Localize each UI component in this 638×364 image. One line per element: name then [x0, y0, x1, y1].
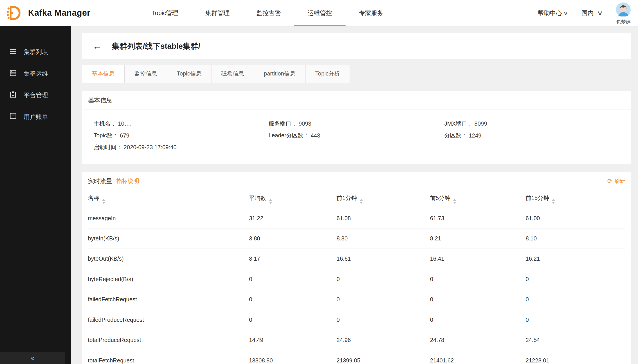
tab-topic-analysis[interactable]: Topic分析	[306, 65, 350, 83]
user-menu[interactable]: 包梦婷	[616, 2, 630, 24]
metric-name-cell: failedProduceRequest	[88, 310, 249, 330]
info-field-value: 10….	[118, 120, 132, 127]
info-field-label: 服务端口：	[269, 120, 297, 128]
sidebar-item-platform-manage[interactable]: 平台管理	[0, 84, 71, 106]
back-arrow-icon[interactable]: ←	[93, 42, 102, 51]
list-icon	[9, 112, 17, 122]
tab-partition-info[interactable]: partition信息	[254, 65, 306, 83]
sort-icon[interactable]	[102, 199, 105, 204]
top-nav: Topic管理 集群管理 监控告警 运维管控 专家服务	[138, 0, 397, 26]
info-field: 服务端口： 9093	[269, 118, 444, 130]
sidebar-item-cluster-ops[interactable]: 集群运维	[0, 63, 71, 84]
main-content: ← 集群列表/线下stable集群/ 基本信息 监控信息 Topic信息 磁盘信…	[71, 26, 638, 364]
col-header-label: 前5分钟	[430, 195, 450, 201]
info-field-value: 1249	[469, 132, 481, 139]
col-header-1min[interactable]: 前1分钟	[337, 190, 430, 208]
metric-value-cell: 0	[337, 290, 430, 310]
tab-monitor-info[interactable]: 监控信息	[125, 65, 167, 83]
server-panel-icon	[9, 69, 17, 79]
info-field: 启动时间： 2020-09-23 17:09:40	[94, 141, 269, 153]
nav-item-monitor-alarm[interactable]: 监控告警	[243, 0, 294, 26]
metrics-table: 名称 平均数 前1分钟 前5分钟 前15分钟 messageIn31.2261.…	[82, 190, 631, 364]
metric-name-cell: byteIn(KB/s)	[88, 228, 249, 248]
nav-item-cluster-manage[interactable]: 集群管理	[192, 0, 243, 26]
nav-item-topic-manage[interactable]: Topic管理	[138, 0, 192, 26]
metric-name-cell: totalFetchRequest	[88, 350, 249, 364]
col-header-avg[interactable]: 平均数	[249, 190, 337, 208]
metric-value-cell: 0	[337, 269, 430, 289]
info-field-value: 2020-09-23 17:09:40	[124, 144, 177, 150]
basic-info-card-title: 基本信息	[82, 91, 631, 110]
sort-icon[interactable]	[453, 199, 456, 204]
realtime-head: 实时流量 指标说明 ⟳ 刷新	[82, 172, 631, 190]
info-field-label: JMX端口：	[444, 120, 473, 128]
metric-value-cell: 61.73	[430, 208, 526, 228]
info-field: 主机名： 10….	[94, 118, 269, 130]
collapse-icon: «	[31, 354, 35, 362]
col-header-label: 前15分钟	[526, 195, 549, 201]
cluster-grid-icon	[9, 48, 17, 57]
col-header-15min[interactable]: 前15分钟	[526, 190, 625, 208]
metric-value-cell: 61.00	[526, 208, 625, 228]
metric-value-cell: 13308.80	[249, 350, 337, 364]
metric-doc-link[interactable]: 指标说明	[116, 177, 139, 185]
metric-name-cell: byteRejected(B/s)	[88, 269, 249, 289]
help-center-menu[interactable]: 帮助中心 ∨	[538, 9, 568, 17]
app-logo-icon[interactable]	[4, 4, 23, 22]
metric-value-cell: 21401.62	[430, 350, 526, 364]
col-header-name[interactable]: 名称	[88, 190, 249, 208]
table-row: messageIn31.2261.0861.7361.00	[88, 208, 625, 228]
metric-value-cell: 0	[526, 290, 625, 310]
nav-item-label: Topic管理	[152, 9, 178, 17]
tab-label: Topic信息	[177, 70, 201, 78]
sidebar-item-label: 集群运维	[24, 70, 48, 78]
sidebar-item-user-bill[interactable]: 用户账单	[0, 106, 71, 128]
metric-value-cell: 14.49	[249, 330, 337, 350]
region-select[interactable]: 国内 ∨	[581, 9, 602, 17]
metric-value-cell: 24.96	[337, 330, 430, 350]
avatar[interactable]	[616, 2, 630, 18]
tab-disk-info[interactable]: 磁盘信息	[211, 65, 254, 83]
sort-icon[interactable]	[269, 199, 272, 204]
info-field-value: 9093	[299, 120, 311, 127]
tab-label: partition信息	[264, 70, 296, 78]
metric-value-cell: 0	[249, 269, 337, 289]
basic-info-card: 基本信息 主机名： 10…. 服务端口： 9093 JMX端口： 8099 To…	[82, 91, 631, 164]
metric-value-cell: 0	[430, 269, 526, 289]
sidebar: 集群列表 集群运维 平台管理	[0, 26, 71, 364]
info-field-label: Leader分区数：	[269, 132, 309, 139]
table-row: byteRejected(B/s)0000	[88, 269, 625, 289]
info-field-label: Topic数：	[94, 132, 118, 139]
tab-basic-info[interactable]: 基本信息	[82, 65, 125, 83]
sort-icon[interactable]	[552, 199, 555, 204]
info-field-value: 443	[311, 132, 320, 139]
page-title-card: ← 集群列表/线下stable集群/	[82, 33, 631, 59]
nav-item-label: 集群管理	[205, 9, 230, 17]
info-field: 分区数： 1249	[444, 130, 631, 141]
realtime-traffic-card: 实时流量 指标说明 ⟳ 刷新 名称 平均数 前1分钟 前5分钟 前15分钟	[82, 172, 631, 364]
sidebar-item-label: 集群列表	[24, 48, 48, 56]
nav-item-ops-control[interactable]: 运维管控	[294, 0, 346, 26]
sidebar-item-cluster-list[interactable]: 集群列表	[0, 41, 71, 63]
metric-value-cell: 8.10	[526, 228, 625, 248]
realtime-title: 实时流量	[88, 177, 112, 185]
metric-value-cell: 8.21	[430, 228, 526, 248]
sidebar-collapse-button[interactable]: «	[0, 352, 65, 364]
metric-value-cell: 0	[526, 310, 625, 330]
info-field-label: 分区数：	[444, 132, 467, 139]
sort-icon[interactable]	[360, 199, 363, 204]
refresh-button[interactable]: ⟳ 刷新	[607, 178, 625, 185]
metric-value-cell: 61.08	[337, 208, 430, 228]
nav-item-label: 监控告警	[257, 9, 281, 17]
metrics-tbody: messageIn31.2261.0861.7361.00byteIn(KB/s…	[88, 208, 625, 364]
metric-value-cell: 16.21	[526, 249, 625, 269]
metric-value-cell: 8.17	[249, 249, 337, 269]
info-field-value: 8099	[475, 120, 487, 127]
nav-item-expert-service[interactable]: 专家服务	[346, 0, 397, 26]
metric-name-cell: messageIn	[88, 208, 249, 228]
tab-topic-info[interactable]: Topic信息	[167, 65, 212, 83]
nav-item-label: 运维管控	[308, 9, 332, 17]
metric-value-cell: 0	[526, 269, 625, 289]
sidebar-item-label: 平台管理	[24, 91, 48, 99]
col-header-5min[interactable]: 前5分钟	[430, 190, 526, 208]
